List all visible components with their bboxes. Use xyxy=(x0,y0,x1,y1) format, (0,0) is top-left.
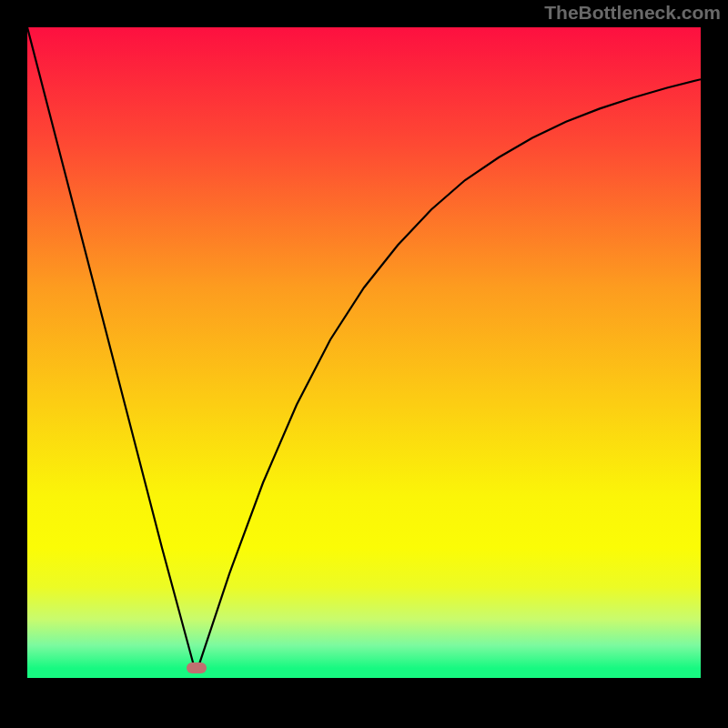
bottleneck-curve xyxy=(27,27,701,665)
plot-area xyxy=(27,27,701,678)
optimal-point-marker xyxy=(187,662,207,673)
curve-svg xyxy=(27,27,701,678)
attribution-text: TheBottleneck.com xyxy=(544,2,721,24)
